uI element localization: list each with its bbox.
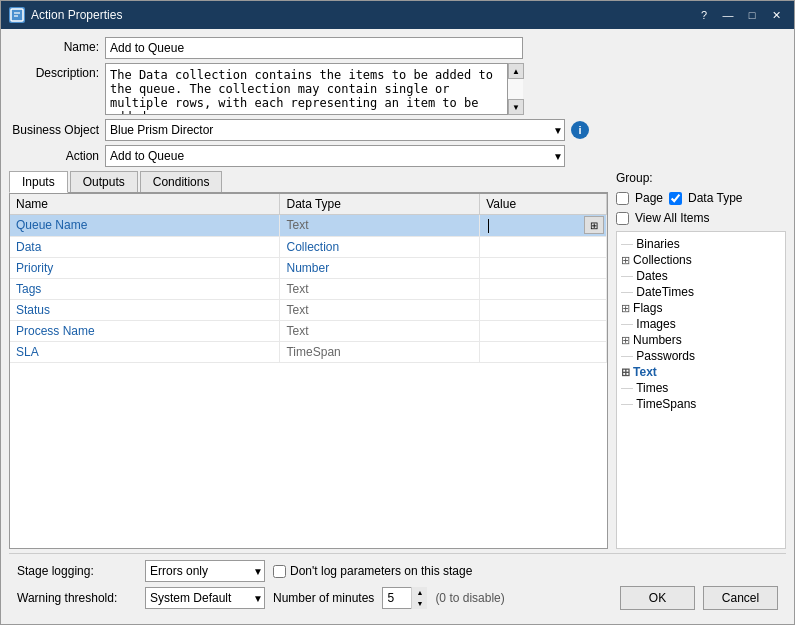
scroll-up-btn[interactable]: ▲ — [508, 63, 524, 79]
cell-type: TimeSpan — [280, 341, 480, 362]
tree-item-timespans[interactable]: TimeSpans — [621, 396, 781, 412]
cell-name: Process Name — [10, 320, 280, 341]
disable-note: (0 to disable) — [435, 591, 504, 605]
dont-log-text: Don't log parameters on this stage — [290, 564, 472, 578]
cell-type: Text — [280, 278, 480, 299]
tree-item-passwords[interactable]: Passwords — [621, 348, 781, 364]
info-icon[interactable]: i — [571, 121, 589, 139]
left-panel: Inputs Outputs Conditions Name Data Type… — [9, 171, 608, 549]
dont-log-checkbox[interactable] — [273, 565, 286, 578]
action-label: Action — [9, 149, 99, 163]
minutes-label: Number of minutes — [273, 591, 374, 605]
page-checkbox[interactable] — [616, 192, 629, 205]
cell-type: Collection — [280, 236, 480, 257]
cell-name: Queue Name — [10, 215, 280, 237]
right-panel: Group: Page Data Type View All Items Bin… — [616, 171, 786, 549]
main-window: Action Properties ? — □ ✕ Name: Descript… — [0, 0, 795, 625]
name-row: Name: — [9, 37, 786, 59]
ok-button[interactable]: OK — [620, 586, 695, 610]
cell-value — [480, 257, 607, 278]
action-row: Action Add to Queue ▼ — [9, 145, 786, 167]
action-select[interactable]: Add to Queue — [105, 145, 565, 167]
window-icon — [9, 7, 25, 23]
description-label: Description: — [9, 63, 99, 80]
business-object-label: Business Object — [9, 123, 99, 137]
name-input[interactable] — [105, 37, 523, 59]
tree-item-binaries[interactable]: Binaries — [621, 236, 781, 252]
title-bar: Action Properties ? — □ ✕ — [1, 1, 794, 29]
cell-value — [480, 299, 607, 320]
cell-value — [480, 236, 607, 257]
col-datatype: Data Type — [280, 194, 480, 215]
tab-outputs[interactable]: Outputs — [70, 171, 138, 192]
cancel-button[interactable]: Cancel — [703, 586, 778, 610]
action-select-wrapper: Add to Queue ▼ — [105, 145, 565, 167]
stage-logging-select[interactable]: Errors only All None — [145, 560, 265, 582]
table-row[interactable]: Queue Name Text ⊞ — [10, 215, 607, 237]
cell-name: Tags — [10, 278, 280, 299]
scroll-down-btn[interactable]: ▼ — [508, 99, 524, 115]
tab-conditions[interactable]: Conditions — [140, 171, 223, 192]
page-label: Page — [635, 191, 663, 205]
tree-item-dates[interactable]: Dates — [621, 268, 781, 284]
datatype-checkbox[interactable] — [669, 192, 682, 205]
warning-threshold-select[interactable]: System Default — [145, 587, 265, 609]
scroll-track — [508, 79, 523, 99]
cell-type: Number — [280, 257, 480, 278]
table-row[interactable]: Tags Text — [10, 278, 607, 299]
ok-cancel-buttons: OK Cancel — [620, 586, 778, 610]
cell-name: Priority — [10, 257, 280, 278]
tree-item-images[interactable]: Images — [621, 316, 781, 332]
bottom-bar: Stage logging: Errors only All None ▼ Do… — [9, 553, 786, 616]
cell-type: Text — [280, 215, 480, 237]
table-row[interactable]: Data Collection — [10, 236, 607, 257]
description-input[interactable]: The Data collection contains the items t… — [105, 63, 523, 115]
calc-button[interactable]: ⊞ — [584, 216, 604, 234]
tabs-bar: Inputs Outputs Conditions — [9, 171, 608, 193]
tree-item-datetimes[interactable]: DateTimes — [621, 284, 781, 300]
dont-log-label: Don't log parameters on this stage — [273, 564, 472, 578]
cell-name: Status — [10, 299, 280, 320]
stage-logging-select-wrapper: Errors only All None ▼ — [145, 560, 265, 582]
minutes-spin-up[interactable]: ▲ — [412, 587, 427, 598]
viewall-checkbox[interactable] — [616, 212, 629, 225]
tree-item-times[interactable]: Times — [621, 380, 781, 396]
inputs-table-container: Name Data Type Value Queue Name Text — [9, 193, 608, 549]
group-label: Group: — [616, 171, 786, 185]
description-wrapper: The Data collection contains the items t… — [105, 63, 523, 115]
cell-value[interactable]: ⊞ — [480, 215, 607, 237]
table-row[interactable]: Priority Number — [10, 257, 607, 278]
minutes-input-wrapper: ▲ ▼ — [382, 587, 427, 609]
description-row: Description: The Data collection contain… — [9, 63, 786, 115]
cell-value — [480, 341, 607, 362]
text-cursor — [488, 219, 489, 233]
tree-item-collections[interactable]: Collections — [621, 252, 781, 268]
cell-name: Data — [10, 236, 280, 257]
page-checkbox-row: Page Data Type — [616, 191, 786, 205]
viewall-checkbox-row: View All Items — [616, 211, 786, 225]
minimize-button[interactable]: — — [718, 6, 738, 24]
svg-rect-0 — [11, 9, 23, 21]
tree-item-text[interactable]: Text — [621, 364, 781, 380]
stage-logging-label: Stage logging: — [17, 564, 137, 578]
type-tree[interactable]: Binaries Collections Dates DateTimes Fla… — [616, 231, 786, 549]
tab-inputs[interactable]: Inputs — [9, 171, 68, 193]
close-button[interactable]: ✕ — [766, 6, 786, 24]
tree-item-flags[interactable]: Flags — [621, 300, 781, 316]
cell-name: SLA — [10, 341, 280, 362]
minutes-spinner: ▲ ▼ — [411, 587, 427, 609]
tree-item-numbers[interactable]: Numbers — [621, 332, 781, 348]
table-header-row: Name Data Type Value — [10, 194, 607, 215]
col-name: Name — [10, 194, 280, 215]
maximize-button[interactable]: □ — [742, 6, 762, 24]
minutes-spin-down[interactable]: ▼ — [412, 598, 427, 609]
help-button[interactable]: ? — [694, 6, 714, 24]
table-row[interactable]: Process Name Text — [10, 320, 607, 341]
cell-type: Text — [280, 320, 480, 341]
table-row[interactable]: Status Text — [10, 299, 607, 320]
business-object-select[interactable]: Blue Prism Director — [105, 119, 565, 141]
col-value: Value — [480, 194, 607, 215]
title-bar-controls: ? — □ ✕ — [694, 6, 786, 24]
content-area: Name: Description: The Data collection c… — [1, 29, 794, 624]
table-row[interactable]: SLA TimeSpan — [10, 341, 607, 362]
